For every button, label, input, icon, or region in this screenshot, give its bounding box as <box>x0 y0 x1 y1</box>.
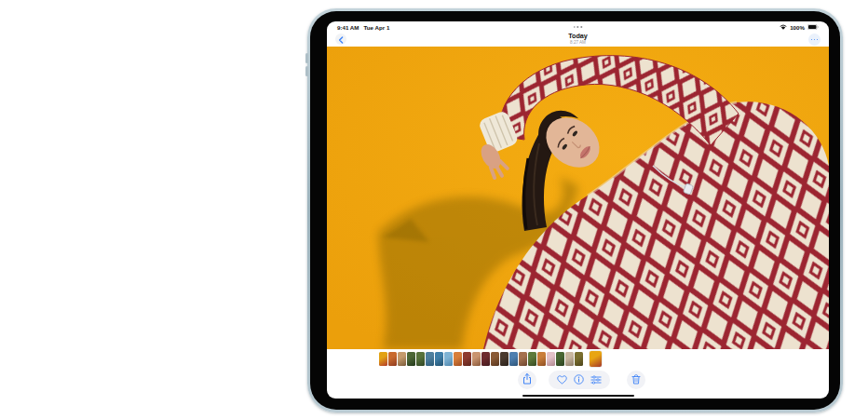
photo-subtitle: 8:27 AM <box>568 40 588 46</box>
device-bezel: 9:41 AM Tue Apr 1 100% <box>310 11 840 410</box>
thumbnail[interactable] <box>444 352 453 366</box>
thumbnail[interactable] <box>454 352 462 366</box>
status-date: Tue Apr 1 <box>364 24 390 31</box>
filmstrip[interactable] <box>379 350 602 367</box>
ipad-device: 9:41 AM Tue Apr 1 100% <box>307 8 843 412</box>
photo-image <box>327 47 829 349</box>
thumbnail[interactable] <box>556 352 564 366</box>
thumbnail[interactable] <box>472 352 481 366</box>
delete-button[interactable] <box>627 371 645 389</box>
favorite-button[interactable] <box>557 372 567 388</box>
photo-title: Today <box>568 33 588 40</box>
info-button[interactable] <box>574 372 584 388</box>
actions-pill <box>549 371 610 389</box>
multitask-indicator[interactable] <box>574 26 582 28</box>
battery-icon <box>807 24 819 31</box>
chevron-left-icon <box>338 31 344 47</box>
trash-icon <box>631 372 641 388</box>
selected-thumbnail[interactable] <box>590 351 602 367</box>
heart-icon <box>557 372 567 388</box>
thumbnail[interactable] <box>519 352 527 366</box>
share-icon <box>522 372 532 388</box>
thumbnail[interactable] <box>388 352 397 366</box>
ellipsis-icon <box>811 39 813 41</box>
thumbnail[interactable] <box>435 352 443 366</box>
more-button[interactable] <box>808 34 821 46</box>
back-button[interactable] <box>335 34 346 45</box>
screen: 9:41 AM Tue Apr 1 100% <box>327 21 829 399</box>
thumbnail[interactable] <box>575 352 583 366</box>
photo-viewer[interactable] <box>327 47 829 349</box>
thumbnail[interactable] <box>407 352 415 366</box>
page-background: 9:41 AM Tue Apr 1 100% <box>0 0 868 419</box>
nav-bar: Today 8:27 AM <box>327 33 829 47</box>
thumbnail[interactable] <box>426 352 434 366</box>
battery-percent: 100% <box>790 24 805 31</box>
info-icon <box>574 372 584 388</box>
thumbnail[interactable] <box>528 352 536 366</box>
share-button[interactable] <box>518 371 536 389</box>
thumbnail[interactable] <box>481 352 490 366</box>
home-indicator[interactable] <box>522 395 634 398</box>
sliders-icon <box>590 372 602 388</box>
thumbnail[interactable] <box>491 352 499 366</box>
thumbnail[interactable] <box>500 352 509 366</box>
volume-down-button[interactable] <box>305 66 308 76</box>
thumbnail[interactable] <box>379 352 387 366</box>
status-time: 9:41 AM <box>337 24 359 31</box>
thumbnail[interactable] <box>398 352 406 366</box>
thumbnail[interactable] <box>416 352 425 366</box>
thumbnail[interactable] <box>463 352 471 366</box>
adjust-button[interactable] <box>590 372 602 388</box>
volume-up-button[interactable] <box>305 53 308 63</box>
thumbnail[interactable] <box>547 352 555 366</box>
thumbnail[interactable] <box>509 352 518 366</box>
photo-header: Today 8:27 AM <box>568 33 588 46</box>
thumbnail[interactable] <box>537 352 546 366</box>
toolbar <box>327 371 829 389</box>
thumbnail[interactable] <box>565 352 574 366</box>
wifi-icon <box>780 24 787 31</box>
